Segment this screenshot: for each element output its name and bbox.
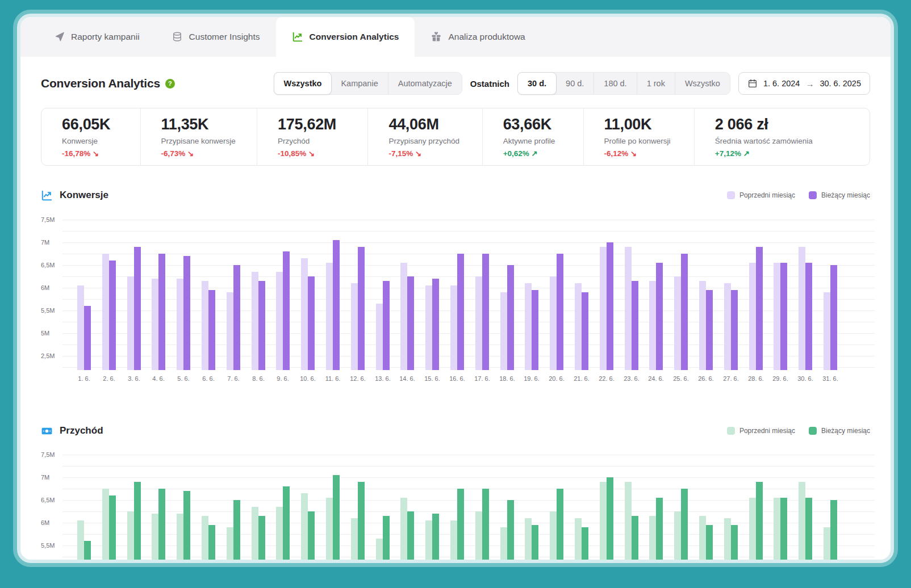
y-axis-label: 5,5M — [41, 307, 61, 314]
gridline — [62, 489, 875, 489]
kpi-przypisane-konwersje: 11,35KPrzypisane konwersje-6,73% ↘ — [140, 108, 257, 165]
bar-current-month — [507, 500, 514, 560]
tab-raporty-kampanii[interactable]: Raporty kampanii — [37, 17, 156, 57]
period-option-180-d[interactable]: 180 d. — [594, 73, 637, 94]
bar-previous-month — [177, 514, 183, 560]
help-icon[interactable]: ? — [165, 79, 175, 89]
bar-current-month — [582, 292, 588, 370]
x-axis-label: 16. 6. — [449, 375, 465, 382]
kpi-delta: -10,85% ↘ — [278, 149, 364, 158]
coins-icon — [172, 31, 183, 43]
bar-previous-month — [475, 276, 482, 370]
bar-current-month — [731, 290, 738, 370]
bar-previous-month — [425, 285, 432, 370]
kpi-value: 11,35K — [161, 116, 254, 133]
date-start: 1. 6. 2024 — [763, 79, 800, 88]
line-chart-blue-icon — [41, 190, 53, 201]
bar-current-month — [109, 261, 116, 370]
bar-previous-month — [724, 518, 731, 560]
bar-previous-month — [227, 292, 233, 370]
bar-current-month — [134, 247, 141, 370]
bar-previous-month — [699, 281, 706, 370]
tab-customer-insights[interactable]: Customer Insights — [156, 17, 276, 57]
x-axis-label: 23. 6. — [624, 375, 640, 382]
bar-previous-month — [749, 498, 756, 560]
bar-previous-month — [600, 482, 607, 560]
x-axis-label: 18. 6. — [499, 375, 515, 382]
legend-item-poprzedni-miesi-c: Poprzedni miesiąc — [727, 427, 795, 435]
tab-conversion-analytics[interactable]: Conversion Analytics — [276, 17, 415, 57]
bar-current-month — [632, 516, 638, 560]
bar-current-month — [158, 489, 165, 560]
type-option-automatyzacje[interactable]: Automatyzacje — [388, 73, 462, 94]
page-title: Conversion Analytics — [41, 77, 160, 90]
paper-plane-icon — [53, 31, 65, 43]
bar-current-month — [805, 498, 812, 560]
bar-previous-month — [276, 272, 283, 370]
period-option-30-d[interactable]: 30 d. — [517, 72, 557, 95]
bar-previous-month — [351, 283, 358, 370]
bar-previous-month — [649, 281, 656, 370]
bar-previous-month — [500, 527, 507, 560]
bar-current-month — [183, 256, 190, 370]
x-axis-label: 13. 6. — [375, 375, 391, 382]
x-axis-label: 28. 6. — [748, 375, 764, 382]
bar-previous-month — [649, 516, 656, 560]
kpi-value: 2 066 zł — [715, 116, 866, 133]
x-axis-label: 29. 6. — [772, 375, 788, 382]
bar-current-month — [308, 511, 315, 560]
bar-current-month — [557, 254, 563, 370]
bar-previous-month — [301, 493, 308, 560]
filter-toolbar: WszystkoKampanieAutomatyzacje Ostatnich … — [274, 72, 870, 95]
bar-previous-month — [799, 247, 805, 370]
period-option-wszystko[interactable]: Wszystko — [675, 73, 730, 94]
bar-previous-month — [774, 263, 780, 370]
kpi-label: Aktywne profile — [503, 137, 580, 145]
kpi-delta: -6,73% ↘ — [161, 149, 254, 158]
bar-current-month — [383, 281, 390, 370]
period-option-1-rok[interactable]: 1 rok — [637, 73, 675, 94]
bar-previous-month — [227, 527, 233, 560]
x-axis-label: 2. 6. — [103, 375, 115, 382]
bar-current-month — [383, 516, 390, 560]
period-option-90-d[interactable]: 90 d. — [556, 73, 594, 94]
bar-previous-month — [400, 498, 407, 560]
x-axis-label: 22. 6. — [599, 375, 615, 382]
bar-current-month — [780, 263, 787, 370]
legend-label: Poprzedni miesiąc — [739, 427, 795, 435]
gridline — [62, 242, 875, 243]
date-range-button[interactable]: 1. 6. 2024 → 30. 6. 2025 — [738, 72, 870, 95]
kpi-label: Przypisany przychód — [388, 137, 478, 145]
bar-current-month — [706, 525, 713, 560]
legend-label: Poprzedni miesiąc — [739, 191, 795, 199]
banknote-icon — [41, 425, 53, 437]
y-axis-label: 6,5M — [41, 262, 61, 268]
bar-current-month — [557, 489, 563, 560]
bar-current-month — [158, 254, 165, 370]
x-axis-label: 1. 6. — [78, 375, 90, 382]
tab-analiza-produktowa[interactable]: Analiza produktowa — [415, 17, 541, 57]
bar-previous-month — [500, 292, 507, 370]
bar-current-month — [582, 527, 588, 560]
type-option-kampanie[interactable]: Kampanie — [331, 73, 388, 94]
gridline — [62, 477, 875, 478]
bar-current-month — [756, 482, 763, 560]
x-axis-label: 7. 6. — [227, 375, 239, 382]
y-axis-label: 7,5M — [41, 216, 61, 223]
bar-previous-month — [824, 527, 830, 560]
kpi-aktywne-profile: 63,66KAktywne profile+0,62% ↗ — [482, 108, 583, 165]
legend-swatch — [727, 427, 735, 435]
bar-previous-month — [102, 254, 109, 370]
y-axis-label: 6M — [41, 519, 61, 526]
bar-current-month — [656, 263, 663, 370]
y-axis-label: 7M — [41, 239, 61, 246]
bar-current-month — [656, 498, 663, 560]
kpi-delta: +0,62% ↗ — [503, 149, 580, 158]
bar-current-month — [407, 511, 414, 560]
bar-current-month — [333, 475, 340, 560]
bar-current-month — [632, 281, 638, 370]
kpi-konwersje: 66,05KKonwersje-16,78% ↘ — [41, 108, 140, 165]
bar-previous-month — [127, 511, 134, 560]
bar-previous-month — [475, 511, 482, 560]
type-option-wszystko[interactable]: Wszystko — [274, 72, 332, 95]
